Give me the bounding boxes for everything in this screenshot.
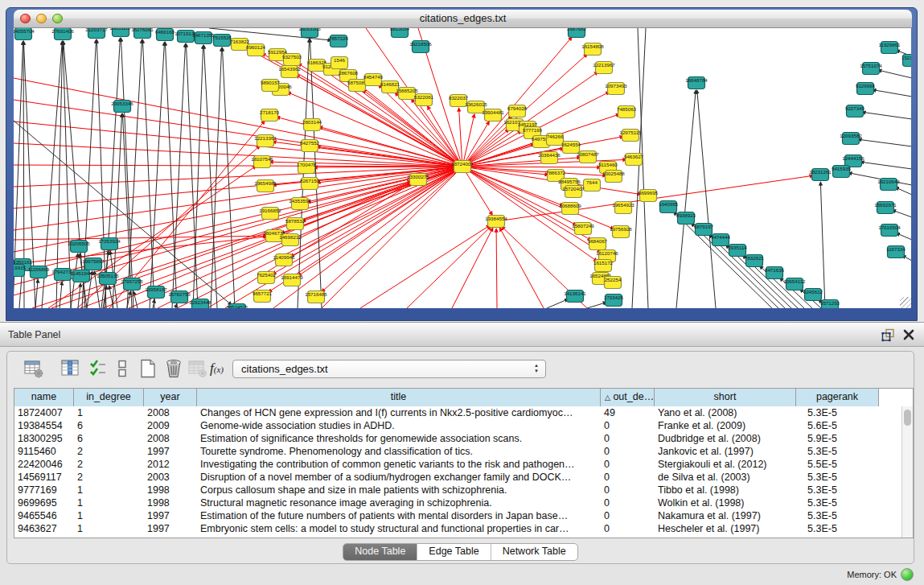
table-row[interactable]: 1830029562008Estimation of significance …: [14, 432, 913, 445]
node-label: 13958187: [145, 286, 167, 292]
citation-edge-black[interactable]: [19, 272, 22, 308]
row-options-icon[interactable]: [112, 358, 133, 379]
citation-edge-black[interactable]: [697, 90, 716, 308]
float-panel-icon[interactable]: [881, 328, 895, 342]
citation-edge-black[interactable]: [896, 233, 911, 240]
citation-edge-black[interactable]: [862, 112, 911, 119]
column-header-in_degree[interactable]: in_degree: [74, 389, 144, 406]
node-label: 6794028: [507, 105, 528, 111]
tab-network-table[interactable]: Network Table: [491, 544, 577, 560]
node-label: 8322037: [449, 95, 469, 101]
citation-edge-black[interactable]: [165, 42, 177, 308]
import-table-disabled-icon[interactable]: [187, 358, 208, 379]
column-header-out_de[interactable]: △ out_de…: [601, 389, 655, 406]
citation-edge-black[interactable]: [127, 39, 142, 308]
citation-edge-black[interactable]: [587, 303, 606, 308]
citation-edge-red[interactable]: [14, 237, 267, 264]
table-settings-icon[interactable]: [23, 358, 44, 379]
tab-edge-table[interactable]: Edge Table: [417, 544, 491, 560]
citation-edge-black[interactable]: [676, 90, 696, 308]
tab-node-table[interactable]: Node Table: [343, 544, 417, 560]
citation-edge-black[interactable]: [203, 45, 217, 308]
select-rows-icon[interactable]: [88, 358, 109, 379]
node-label: 7515526: [212, 35, 232, 40]
table-row[interactable]: 1872400712008Changes of HCN gene express…: [14, 406, 913, 419]
citation-edge-red[interactable]: [322, 167, 462, 308]
table-row[interactable]: 946554611997Estimation of the future num…: [14, 509, 913, 522]
node-label: 9571293: [820, 300, 840, 306]
citation-edge-red[interactable]: [14, 167, 462, 187]
network-window-titlebar[interactable]: citations_edges.txt: [14, 10, 912, 28]
new-table-icon[interactable]: [138, 358, 158, 379]
column-header-title[interactable]: title: [197, 389, 601, 406]
table-row[interactable]: 1456911722003Disruption of a novel membe…: [14, 471, 913, 484]
node-label: 16782759: [168, 291, 191, 297]
table-row[interactable]: 977716911998Corpus callosum shape and si…: [14, 484, 913, 496]
node-label: 12213363: [254, 135, 277, 141]
node-label: 17957255: [121, 278, 143, 284]
delete-table-icon[interactable]: [163, 358, 184, 379]
citation-edge-black[interactable]: [142, 39, 154, 308]
column-header-name[interactable]: name: [14, 389, 74, 406]
network-canvas[interactable]: 5405570427691406212037171665328715276061…: [14, 28, 911, 308]
citation-edge-red[interactable]: [177, 167, 462, 308]
citation-edge-black[interactable]: [892, 210, 911, 217]
citation-edge-black[interactable]: [172, 43, 186, 308]
table-row[interactable]: 946362711997Embryonic stem cells: a mode…: [14, 522, 913, 535]
citation-edge-red[interactable]: [462, 167, 606, 175]
citation-edge-red[interactable]: [499, 228, 544, 308]
node-label: 3350161: [14, 259, 33, 265]
column-header-year[interactable]: year: [144, 389, 197, 406]
show-columns-icon[interactable]: [60, 358, 81, 379]
node-label: 10688609: [559, 203, 581, 208]
vertical-scrollbar[interactable]: [901, 406, 913, 538]
citation-edge-red[interactable]: [360, 225, 490, 308]
node-label: 16648784: [685, 77, 708, 83]
table-selector-combobox[interactable]: citations_edges.txt ▲▼: [232, 360, 546, 378]
node-label: 10654112: [783, 278, 806, 284]
node-label: 2687682: [567, 28, 587, 31]
citation-edge-black[interactable]: [547, 299, 569, 308]
citation-edge-black[interactable]: [193, 45, 203, 308]
citation-edge-black[interactable]: [150, 42, 164, 308]
citation-edge-black[interactable]: [858, 139, 911, 146]
resize-grip[interactable]: [900, 297, 911, 308]
node-label: 252254: [605, 277, 622, 282]
node-label: 16053303: [298, 28, 321, 31]
table-body: 1872400712008Changes of HCN gene express…: [14, 406, 913, 538]
citation-edge-black[interactable]: [691, 223, 778, 308]
node-label: 8267150: [300, 178, 320, 183]
table-row[interactable]: 911546021997Tourette syndrome. Phenomeno…: [14, 445, 913, 458]
citation-edge-black[interactable]: [878, 70, 911, 78]
network-graph: 5405570427691406212037171665328715276061…: [14, 28, 911, 308]
citation-edge-red[interactable]: [14, 143, 462, 167]
table-row[interactable]: 1938455462009Genome-wide association stu…: [14, 419, 913, 432]
citation-edge-red[interactable]: [452, 228, 493, 308]
node-label: 15751074: [860, 63, 882, 68]
citation-edge-red[interactable]: [428, 106, 462, 167]
column-header-pagerank[interactable]: pagerank: [796, 389, 879, 406]
node-label: 12093582: [840, 133, 862, 138]
node-label: 19218506: [409, 41, 432, 47]
citation-edge-black[interactable]: [860, 162, 911, 169]
node-label: 3452197: [518, 122, 538, 127]
node-label: 9777169: [523, 127, 543, 133]
citation-edge-red[interactable]: [14, 100, 462, 167]
citation-edge-red[interactable]: [496, 229, 497, 308]
citation-edge-red[interactable]: [14, 167, 462, 230]
citation-edge-black[interactable]: [35, 279, 38, 308]
citation-edge-black[interactable]: [873, 90, 911, 97]
node-label: 18724007: [451, 161, 474, 167]
table-row[interactable]: 969969511998Structural magnetic resonanc…: [14, 496, 913, 509]
column-header-short[interactable]: short: [655, 389, 796, 406]
citation-edge-red[interactable]: [462, 167, 601, 167]
citation-edge-red[interactable]: [14, 236, 267, 240]
citation-edge-red[interactable]: [407, 226, 491, 308]
node-label: 18524521: [226, 304, 248, 309]
close-panel-icon[interactable]: [902, 328, 915, 341]
citation-edge-black[interactable]: [895, 187, 911, 195]
node-label: 11156869: [28, 266, 50, 272]
node-label: 54055704: [14, 28, 35, 34]
scrollbar-thumb[interactable]: [904, 410, 911, 426]
table-row[interactable]: 2242004622012Investigating the contribut…: [14, 458, 913, 471]
